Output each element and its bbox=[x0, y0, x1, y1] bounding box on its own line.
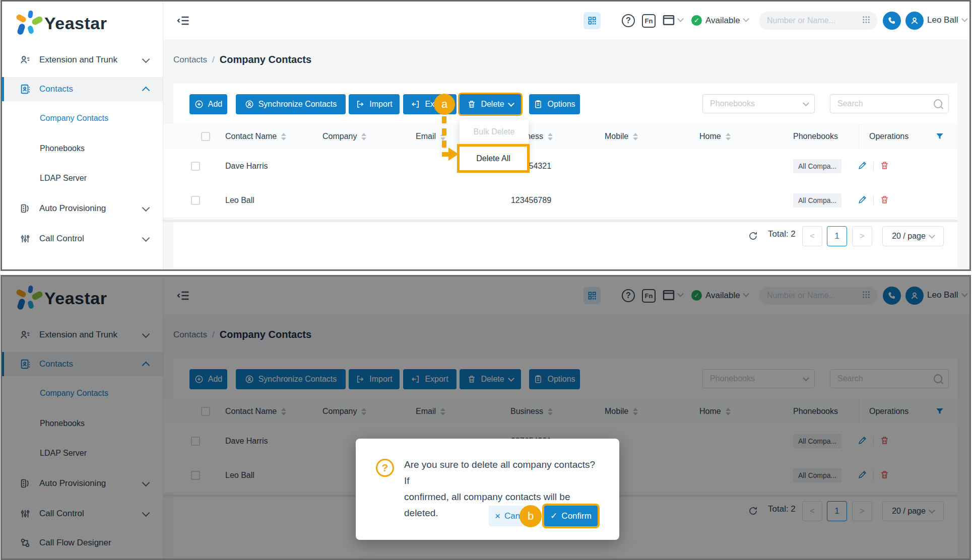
column-header-mobile[interactable]: Mobile bbox=[605, 124, 638, 149]
call-button[interactable] bbox=[883, 12, 901, 30]
page-number-button[interactable]: 1 bbox=[827, 226, 847, 246]
avatar[interactable] bbox=[905, 12, 924, 30]
logo-petal bbox=[28, 10, 33, 18]
row-checkbox[interactable] bbox=[191, 162, 200, 171]
chevron-down-icon bbox=[508, 100, 514, 107]
edit-icon[interactable] bbox=[858, 195, 867, 206]
breadcrumb: Contacts / Company Contacts bbox=[173, 54, 311, 65]
auto-provisioning-icon bbox=[19, 202, 31, 215]
chevron-down-icon[interactable] bbox=[961, 16, 968, 22]
annotation-step-b: b bbox=[520, 505, 542, 527]
dial-search-box[interactable] bbox=[759, 12, 878, 30]
collapse-menu-icon[interactable] bbox=[176, 14, 190, 30]
confirm-button[interactable]: ✓ Confirm bbox=[544, 506, 598, 526]
page-size-select[interactable]: 20 / page bbox=[882, 226, 944, 246]
refresh-icon[interactable] bbox=[748, 231, 758, 243]
sidebar-item-call-control[interactable]: Call Control bbox=[2, 227, 163, 251]
chevron-down-icon bbox=[142, 203, 150, 212]
sort-icon[interactable] bbox=[548, 133, 553, 141]
column-header-operations: Operations bbox=[859, 124, 909, 149]
sidebar-item-extension-and-trunk[interactable]: Extension and Trunk bbox=[2, 48, 163, 72]
row-checkbox[interactable] bbox=[191, 196, 200, 205]
sort-icon[interactable] bbox=[361, 133, 366, 141]
plus-circle-icon bbox=[194, 100, 204, 109]
sidebar-item-label: Company Contacts bbox=[40, 114, 108, 123]
import-button-label: Import bbox=[369, 100, 392, 109]
status-label[interactable]: Available bbox=[705, 16, 740, 26]
operations-cell bbox=[858, 149, 889, 183]
yeastar-logo: Yeastar bbox=[15, 10, 136, 39]
sidebar-item-label: Phonebooks bbox=[40, 144, 85, 153]
extension-icon bbox=[19, 54, 31, 66]
filter-icon[interactable] bbox=[935, 132, 944, 143]
annotation-step-a: a bbox=[434, 94, 455, 115]
delete-row-icon[interactable] bbox=[880, 161, 889, 172]
chevron-down-icon bbox=[142, 234, 150, 242]
column-header-contact-name[interactable]: Contact Name bbox=[225, 124, 286, 149]
phonebooks-filter-select[interactable] bbox=[702, 94, 815, 113]
topbar: ? Fn ✓ Available Leo Ball bbox=[163, 2, 969, 40]
sidebar-item-ldap-server[interactable]: LDAP Server bbox=[2, 166, 163, 190]
breadcrumb-parent[interactable]: Contacts bbox=[173, 55, 207, 65]
call-control-icon bbox=[19, 233, 31, 245]
dial-search-input[interactable] bbox=[766, 16, 849, 26]
logo-petal bbox=[17, 23, 26, 36]
business-cell: 123456789 bbox=[496, 183, 566, 218]
prev-page-button[interactable]: < bbox=[802, 226, 822, 246]
page-size-label: 20 / page bbox=[892, 232, 926, 241]
menu-item-delete-all[interactable]: Delete All bbox=[457, 144, 530, 173]
operations-cell bbox=[858, 183, 889, 218]
sidebar-item-company-contacts[interactable]: Company Contacts bbox=[2, 106, 163, 130]
sidebar-item-label: Call Control bbox=[39, 234, 84, 244]
dialpad-icon[interactable] bbox=[862, 15, 871, 26]
chevron-down-icon[interactable] bbox=[743, 16, 749, 22]
sidebar-item-auto-provisioning[interactable]: Auto Provisioning bbox=[2, 196, 163, 221]
logo-petal bbox=[16, 14, 27, 23]
divider bbox=[873, 196, 874, 205]
column-header-company[interactable]: Company bbox=[322, 124, 366, 149]
question-icon: ? bbox=[376, 459, 394, 477]
phonebooks-cell: All Compa... bbox=[793, 183, 841, 218]
qr-code-icon[interactable] bbox=[583, 12, 601, 29]
screenshot-stage: Yeastar Extension and Trunk Contacts Com… bbox=[0, 0, 973, 560]
edit-icon[interactable] bbox=[858, 161, 867, 172]
column-header-home[interactable]: Home bbox=[699, 124, 731, 149]
column-header-email[interactable]: Email bbox=[416, 124, 445, 149]
help-icon[interactable]: ? bbox=[622, 14, 635, 27]
delete-row-icon[interactable] bbox=[880, 195, 889, 206]
confirm-button-label: Confirm bbox=[561, 511, 592, 521]
function-keys-icon[interactable]: Fn bbox=[642, 14, 656, 28]
add-button[interactable]: Add bbox=[189, 94, 227, 114]
divider bbox=[873, 162, 874, 171]
chevron-down-icon[interactable] bbox=[677, 16, 684, 22]
sidebar-item-phonebooks[interactable]: Phonebooks bbox=[2, 136, 163, 161]
select-all-checkbox[interactable] bbox=[201, 132, 210, 141]
dialog-message-line: Are you sure to delete all company conta… bbox=[404, 457, 601, 489]
delete-button-label: Delete bbox=[481, 100, 504, 109]
delete-button[interactable]: Delete bbox=[460, 94, 521, 114]
user-name[interactable]: Leo Ball bbox=[927, 15, 958, 25]
phonebooks-cell: All Compa... bbox=[793, 149, 841, 183]
contacts-icon bbox=[19, 83, 31, 95]
table-search-input[interactable] bbox=[836, 99, 934, 109]
sidebar-item-contacts[interactable]: Contacts bbox=[2, 77, 163, 101]
sidebar-item-label: Auto Provisioning bbox=[39, 203, 106, 214]
screenshot-panel-bottom: Yeastar Extension and Trunk Contacts Com… bbox=[1, 275, 971, 560]
sort-icon[interactable] bbox=[633, 133, 638, 141]
options-button[interactable]: Options bbox=[529, 94, 580, 114]
export-icon bbox=[411, 100, 420, 109]
phonebooks-filter-input[interactable] bbox=[709, 99, 804, 109]
sort-icon[interactable] bbox=[281, 133, 286, 141]
add-button-label: Add bbox=[208, 100, 222, 109]
sort-icon[interactable] bbox=[726, 133, 731, 141]
column-header-phonebooks[interactable]: Phonebooks bbox=[793, 124, 838, 149]
synchronize-contacts-button[interactable]: Synchronize Contacts bbox=[236, 94, 346, 114]
trash-icon bbox=[467, 100, 476, 109]
window-panel-icon[interactable] bbox=[661, 13, 676, 30]
table-search-box[interactable] bbox=[830, 94, 949, 113]
sidebar: Yeastar Extension and Trunk Contacts Com… bbox=[2, 2, 163, 269]
sync-button-label: Synchronize Contacts bbox=[258, 100, 337, 109]
clipboard-icon bbox=[534, 100, 543, 109]
import-button[interactable]: Import bbox=[349, 94, 400, 114]
next-page-button[interactable]: > bbox=[852, 226, 872, 246]
